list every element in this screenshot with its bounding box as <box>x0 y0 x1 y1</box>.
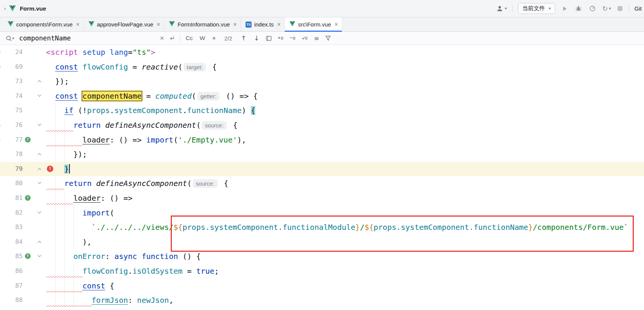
code-text[interactable]: return defineAsyncComponent(source: { <box>46 176 229 191</box>
line-number[interactable]: 75 <box>0 103 23 118</box>
gutter-override-icon[interactable]: ↑ <box>25 137 31 143</box>
fold-down-icon[interactable] <box>37 254 42 258</box>
line-number[interactable]: 87 <box>0 279 23 293</box>
close-icon[interactable]: × <box>334 21 338 28</box>
fold-down-icon[interactable] <box>37 181 42 185</box>
collaboration-button[interactable]: ▾ <box>496 5 507 12</box>
code-line[interactable]: 577↑ loader: () => import('./Empty.vue')… <box>0 133 644 147</box>
close-icon[interactable]: × <box>76 21 79 28</box>
code-token: isOldSystem <box>133 267 182 276</box>
fold-up-icon[interactable] <box>37 240 42 243</box>
code-token: import <box>146 135 173 144</box>
line-number[interactable]: 24 <box>0 45 23 60</box>
whole-words-toggle[interactable]: W <box>198 34 207 42</box>
code-line[interactable]: 80 return defineAsyncComponent(source: { <box>0 176 644 191</box>
run-config-selector[interactable]: 当前文件 ▾ <box>518 3 556 14</box>
code-text[interactable]: loader: () => <box>46 191 133 206</box>
fold-down-icon[interactable] <box>37 123 42 127</box>
line-number[interactable]: 84 <box>0 235 23 250</box>
open-results-icon[interactable] <box>265 36 273 41</box>
tab-3[interactable]: FormInformation.vue× <box>164 17 241 31</box>
regex-toggle[interactable]: ✳ <box>210 35 218 42</box>
code-text[interactable]: import( <box>46 206 114 220</box>
tab-label: src\Form.vue <box>298 21 331 28</box>
previous-match-button[interactable]: ↑ <box>239 34 248 42</box>
code-text[interactable]: const { <box>46 279 114 293</box>
tab-2[interactable]: approveFlowPage.vue× <box>84 17 165 31</box>
code-line[interactable]: 676 return defineAsyncComponent(source: … <box>0 118 644 133</box>
code-text[interactable]: }); <box>46 147 87 162</box>
code-text[interactable]: <script setup lang="ts"> <box>46 45 155 60</box>
select-all-occurrences-icon[interactable] <box>301 36 309 41</box>
line-number[interactable]: 85 <box>0 249 23 264</box>
code-line[interactable]: 624<script setup lang="ts"> <box>0 45 644 60</box>
clipped-line-number: 5 <box>0 133 1 147</box>
line-number[interactable]: 80 <box>0 176 23 191</box>
rerun-button[interactable]: ↻ ▾ <box>602 5 611 12</box>
code-text[interactable]: const componentName = computed(getter: (… <box>46 89 258 104</box>
code-line[interactable]: 78 }); <box>0 147 644 162</box>
debug-button[interactable] <box>574 5 583 12</box>
fold-up-icon[interactable] <box>37 167 42 170</box>
tab-1[interactable]: components\Form.vue× <box>3 17 84 31</box>
line-number[interactable]: 88 <box>0 293 23 308</box>
search-input[interactable] <box>19 34 155 42</box>
line-number[interactable]: 86 <box>0 264 23 279</box>
filter-icon[interactable] <box>324 36 332 41</box>
line-number[interactable]: 77 <box>0 133 23 147</box>
line-number[interactable]: 78 <box>0 147 23 162</box>
stop-button[interactable] <box>616 6 624 11</box>
tab-5[interactable]: src\Form.vue× <box>285 17 342 31</box>
line-number[interactable]: 69 <box>0 60 23 74</box>
fold-up-icon[interactable] <box>37 79 42 83</box>
code-text[interactable]: formJson: newJson, <box>46 293 173 308</box>
code-line[interactable]: 75 if (!props.systemComponent.functionNa… <box>0 103 644 118</box>
line-number[interactable]: 82 <box>0 206 23 220</box>
view-options-icon[interactable]: ≡ <box>313 35 320 42</box>
code-text[interactable]: return defineAsyncComponent(source: { <box>46 118 238 133</box>
code-text[interactable]: ), <box>46 235 91 250</box>
match-case-toggle[interactable]: Cc <box>184 34 194 42</box>
next-match-button[interactable]: ↓ <box>252 34 261 42</box>
code-text[interactable]: }); <box>46 74 69 89</box>
chevron-down-icon: ▾ <box>505 6 507 11</box>
code-line[interactable]: 86 flowConfig.isOldSystem = true; <box>0 264 644 279</box>
close-icon[interactable]: × <box>277 21 281 28</box>
divider <box>180 34 180 42</box>
search-icon[interactable]: ▾ <box>5 35 15 42</box>
code-line[interactable]: 73 }); <box>0 74 644 89</box>
code-line[interactable]: 969 const flowConfig = reactive(target: … <box>0 60 644 74</box>
clear-search-icon[interactable]: × <box>159 34 165 42</box>
line-number[interactable]: 74 <box>0 89 23 104</box>
code-text[interactable]: loader: () => import('./Empty.vue'), <box>46 133 246 147</box>
code-line[interactable]: 74 const componentName = computed(getter… <box>0 89 644 104</box>
close-icon[interactable]: × <box>157 21 160 28</box>
fold-down-icon[interactable] <box>37 211 42 214</box>
code-text[interactable]: flowConfig.isOldSystem = true; <box>46 264 219 279</box>
line-number[interactable]: 83 <box>0 220 23 235</box>
chevron-right-icon[interactable]: › <box>4 5 6 12</box>
git-widget[interactable]: Git <box>635 5 642 12</box>
code-line[interactable]: 88 formJson: newJson, <box>0 293 644 308</box>
gutter-override-icon[interactable]: ↑ <box>25 253 31 259</box>
profiler-button[interactable] <box>588 5 597 12</box>
editor[interactable]: 624<script setup lang="ts">969 const flo… <box>0 45 644 309</box>
run-button[interactable] <box>561 6 569 12</box>
tab-4[interactable]: TSindex.ts× <box>241 17 285 31</box>
close-icon[interactable]: × <box>233 21 237 28</box>
code-line[interactable]: 79! } <box>0 162 644 177</box>
line-number[interactable]: 73 <box>0 74 23 89</box>
add-selection-icon[interactable] <box>276 36 285 41</box>
code-line[interactable]: 87 const { <box>0 279 644 293</box>
fold-up-icon[interactable] <box>37 152 42 156</box>
line-number[interactable]: 76 <box>0 118 23 133</box>
code-text[interactable]: const flowConfig = reactive(target: { <box>46 60 217 74</box>
line-number[interactable]: 81 <box>0 191 23 206</box>
newline-icon[interactable]: ↵ <box>169 35 176 42</box>
remove-selection-icon[interactable] <box>289 36 297 41</box>
code-line[interactable]: 81↑ loader: () => <box>0 191 644 206</box>
gutter-override-icon[interactable]: ↑ <box>25 195 31 201</box>
code-text[interactable]: if (!props.systemComponent.functionName)… <box>46 103 255 118</box>
line-number[interactable]: 79 <box>0 162 23 177</box>
fold-down-icon[interactable] <box>37 94 42 98</box>
